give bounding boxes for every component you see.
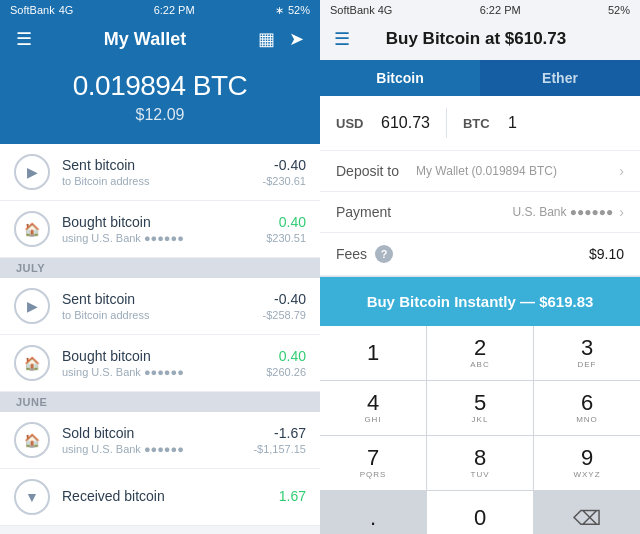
right-panel: SoftBank 4G 6:22 PM 52% ☰ Buy Bitcoin at… (320, 0, 640, 534)
tx-bought-icon: 🏠 (14, 211, 50, 247)
deposit-row[interactable]: Deposit to My Wallet (0.019894 BTC) › (320, 151, 640, 192)
tx-item-received-1[interactable]: ▼ Received bitcoin 1.67 (0, 469, 320, 526)
key-9[interactable]: 9 WXYZ (534, 436, 640, 490)
payment-row[interactable]: Payment U.S. Bank ●●●●●● › (320, 192, 640, 233)
right-carrier: SoftBank (330, 4, 375, 16)
left-battery: 52% (288, 4, 310, 16)
header-icons: ▦ ➤ (258, 28, 304, 50)
tx-amounts-bought-2: 0.40 $260.26 (266, 348, 306, 378)
tx-amounts-received-1: 1.67 (279, 488, 306, 506)
section-july: July (0, 258, 320, 278)
tx-item-sold-1[interactable]: 🏠 Sold bitcoin using U.S. Bank ●●●●●● -1… (0, 412, 320, 469)
tx-title: Sold bitcoin (62, 425, 241, 441)
tx-details-sold-1: Sold bitcoin using U.S. Bank ●●●●●● (62, 425, 241, 455)
transactions-list: ▶ Sent bitcoin to Bitcoin address -0.40 … (0, 144, 320, 534)
left-status-left: SoftBank 4G (10, 4, 73, 16)
tx-details-sent-1: Sent bitcoin to Bitcoin address (62, 157, 251, 187)
tx-received-icon: ▼ (14, 479, 50, 515)
tx-subtitle: using U.S. Bank ●●●●●● (62, 232, 254, 244)
left-network: 4G (59, 4, 74, 16)
tx-item-bought-2[interactable]: 🏠 Bought bitcoin using U.S. Bank ●●●●●● … (0, 335, 320, 392)
tx-btc: -0.40 (263, 291, 306, 307)
fees-label: Fees (336, 246, 367, 262)
currency-row: USD 610.73 BTC 1 (320, 96, 640, 151)
key-2[interactable]: 2 ABC (427, 326, 533, 380)
tx-sold-icon: 🏠 (14, 422, 50, 458)
tx-amounts-sent-1: -0.40 -$230.61 (263, 157, 306, 187)
deposit-chevron-icon: › (619, 163, 624, 179)
qr-icon[interactable]: ▦ (258, 28, 275, 50)
key-dot[interactable]: . (320, 491, 426, 534)
tx-item-sent-1[interactable]: ▶ Sent bitcoin to Bitcoin address -0.40 … (0, 144, 320, 201)
right-network: 4G (378, 4, 393, 16)
tx-bought-icon-2: 🏠 (14, 345, 50, 381)
deposit-value: My Wallet (0.019894 BTC) (416, 164, 613, 178)
tx-details-bought-1: Bought bitcoin using U.S. Bank ●●●●●● (62, 214, 254, 244)
divider (446, 108, 447, 138)
tx-title: Sent bitcoin (62, 291, 251, 307)
left-panel: SoftBank 4G 6:22 PM ∗ 52% ☰ My Wallet ▦ … (0, 0, 320, 534)
tx-usd: $230.51 (266, 232, 306, 244)
left-status-right: ∗ 52% (275, 4, 310, 17)
key-6[interactable]: 6 MNO (534, 381, 640, 435)
wallet-title: My Wallet (104, 29, 186, 50)
buy-form: USD 610.73 BTC 1 Deposit to My Wallet (0… (320, 96, 640, 277)
right-time: 6:22 PM (480, 4, 521, 16)
left-carrier: SoftBank (10, 4, 55, 16)
usd-value[interactable]: 610.73 (381, 114, 430, 132)
tx-btc: 0.40 (266, 348, 306, 364)
tx-usd: -$230.61 (263, 175, 306, 187)
left-time: 6:22 PM (154, 4, 195, 16)
tx-btc: 0.40 (266, 214, 306, 230)
tx-usd: $260.26 (266, 366, 306, 378)
buy-bitcoin-title: Buy Bitcoin at $610.73 (350, 29, 602, 49)
tx-sent-icon-2: ▶ (14, 288, 50, 324)
tx-usd: -$258.79 (263, 309, 306, 321)
tx-title: Bought bitcoin (62, 214, 254, 230)
btc-label: BTC (463, 116, 508, 131)
buy-button[interactable]: Buy Bitcoin Instantly — $619.83 (320, 277, 640, 326)
delete-icon: ⌫ (573, 506, 601, 530)
tx-amounts-sold-1: -1.67 -$1,157.15 (253, 425, 306, 455)
tx-details-bought-2: Bought bitcoin using U.S. Bank ●●●●●● (62, 348, 254, 378)
key-3[interactable]: 3 DEF (534, 326, 640, 380)
balance-btc: 0.019894 BTC (0, 70, 320, 102)
numpad: 1 2 ABC 3 DEF 4 GHI 5 JKL 6 MNO 7 PQRS 8 (320, 326, 640, 534)
tx-item-sent-2[interactable]: ▶ Sent bitcoin to Bitcoin address -0.40 … (0, 278, 320, 335)
right-menu-icon[interactable]: ☰ (334, 28, 350, 50)
send-icon[interactable]: ➤ (289, 28, 304, 50)
tx-usd: -$1,157.15 (253, 443, 306, 455)
right-header: ☰ Buy Bitcoin at $610.73 (320, 20, 640, 60)
tab-ether[interactable]: Ether (480, 60, 640, 96)
right-status-left: SoftBank 4G (330, 4, 392, 16)
right-status-bar: SoftBank 4G 6:22 PM 52% (320, 0, 640, 20)
key-1[interactable]: 1 (320, 326, 426, 380)
key-5[interactable]: 5 JKL (427, 381, 533, 435)
tx-amounts-sent-2: -0.40 -$258.79 (263, 291, 306, 321)
tx-amounts-bought-1: 0.40 $230.51 (266, 214, 306, 244)
right-battery: 52% (608, 4, 630, 16)
right-status-right: 52% (608, 4, 630, 16)
tx-subtitle: to Bitcoin address (62, 175, 251, 187)
fees-help-icon[interactable]: ? (375, 245, 393, 263)
tx-item-bought-1[interactable]: 🏠 Bought bitcoin using U.S. Bank ●●●●●● … (0, 201, 320, 258)
fees-row: Fees ? $9.10 (320, 233, 640, 276)
section-june: June (0, 392, 320, 412)
tx-subtitle: to Bitcoin address (62, 309, 251, 321)
tx-details-received-1: Received bitcoin (62, 488, 267, 506)
btc-value[interactable]: 1 (508, 114, 517, 132)
key-7[interactable]: 7 PQRS (320, 436, 426, 490)
tab-bar: Bitcoin Ether (320, 60, 640, 96)
key-4[interactable]: 4 GHI (320, 381, 426, 435)
tx-sent-icon: ▶ (14, 154, 50, 190)
deposit-label: Deposit to (336, 163, 416, 179)
tx-details-sent-2: Sent bitcoin to Bitcoin address (62, 291, 251, 321)
key-0[interactable]: 0 (427, 491, 533, 534)
tx-title: Bought bitcoin (62, 348, 254, 364)
tab-bitcoin[interactable]: Bitcoin (320, 60, 480, 96)
left-header: ☰ My Wallet ▦ ➤ (0, 20, 320, 60)
payment-chevron-icon: › (619, 204, 624, 220)
key-delete[interactable]: ⌫ (534, 491, 640, 534)
menu-icon[interactable]: ☰ (16, 28, 32, 50)
key-8[interactable]: 8 TUV (427, 436, 533, 490)
